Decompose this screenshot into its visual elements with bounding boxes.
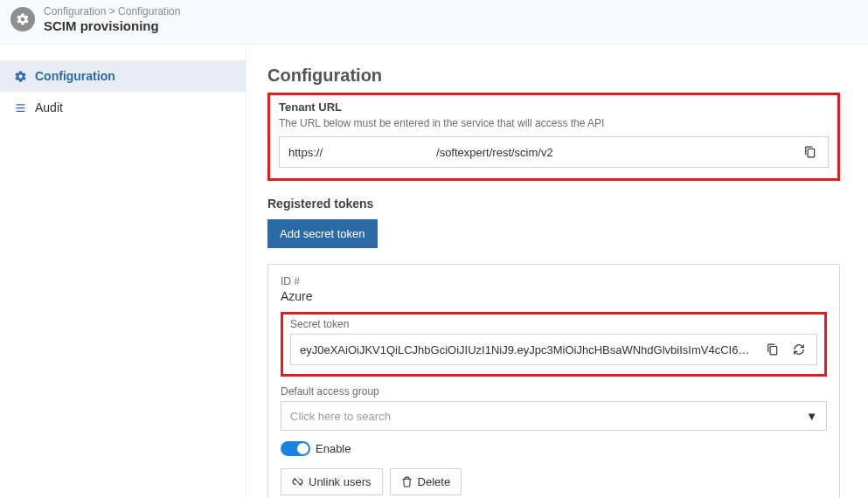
tenant-url-help: The URL below must be entered in the ser…	[279, 117, 829, 129]
delete-button[interactable]: Delete	[390, 468, 462, 495]
sidebar-item-audit[interactable]: Audit	[0, 92, 246, 123]
header: Configuration > Configuration SCIM provi…	[0, 0, 868, 45]
page-title: SCIM provisioning	[44, 18, 180, 33]
tenant-url-suffix: /softexpert/rest/scim/v2	[436, 146, 553, 159]
token-id-label: ID #	[281, 275, 827, 287]
secret-token-value: eyJ0eXAiOiJKV1QiLCJhbGciOiJIUzI1NiJ9.eyJ…	[300, 343, 757, 356]
enable-toggle[interactable]	[281, 441, 310, 456]
copy-icon	[804, 146, 816, 158]
enable-label: Enable	[316, 442, 351, 455]
access-group-label: Default access group	[281, 385, 827, 398]
sidebar-item-label: Configuration	[35, 69, 115, 83]
enable-toggle-row: Enable	[281, 441, 827, 456]
unlink-users-button[interactable]: Unlink users	[281, 468, 383, 495]
secret-token-label: Secret token	[290, 318, 817, 330]
secret-token-input[interactable]: eyJ0eXAiOiJKV1QiLCJhbGciOiJIUzI1NiJ9.eyJ…	[290, 334, 817, 365]
tenant-url-prefix: https://	[288, 146, 323, 159]
chevron-down-icon: ▼	[806, 410, 817, 423]
tokens-heading: Registered tokens	[267, 197, 840, 211]
breadcrumb: Configuration > Configuration	[44, 5, 180, 17]
secret-token-section: Secret token eyJ0eXAiOiJKV1QiLCJhbGciOiJ…	[281, 312, 827, 377]
tenant-url-input[interactable]: https:///softexpert/rest/scim/v2	[279, 136, 829, 168]
refresh-icon	[793, 343, 805, 356]
gear-icon	[12, 68, 28, 84]
sidebar: Configuration Audit	[0, 45, 247, 498]
refresh-secret-token-button[interactable]	[788, 339, 809, 360]
add-secret-token-button[interactable]: Add secret token	[267, 219, 378, 248]
tenant-url-value: https:///softexpert/rest/scim/v2	[288, 146, 795, 159]
copy-icon	[767, 343, 779, 356]
token-card: ID # Azure Secret token eyJ0eXAiOiJKV1Qi…	[267, 264, 840, 498]
gear-icon	[10, 7, 35, 31]
tenant-url-section: Tenant URL The URL below must be entered…	[267, 93, 840, 181]
main-content: Configuration Tenant URL The URL below m…	[247, 45, 868, 498]
access-group-placeholder: Click here to search	[290, 410, 391, 423]
section-title: Configuration	[267, 66, 840, 86]
list-icon	[12, 100, 28, 115]
access-group-select[interactable]: Click here to search ▼	[281, 401, 827, 431]
delete-label: Delete	[418, 475, 451, 488]
copy-secret-token-button[interactable]	[762, 339, 783, 360]
token-id-value: Azure	[281, 289, 827, 303]
trash-icon	[401, 476, 413, 488]
sidebar-item-configuration[interactable]: Configuration	[0, 60, 246, 92]
unlink-icon	[292, 476, 303, 488]
sidebar-item-label: Audit	[35, 100, 63, 114]
copy-tenant-url-button[interactable]	[800, 142, 821, 163]
tenant-url-label: Tenant URL	[279, 100, 829, 114]
unlink-users-label: Unlink users	[309, 475, 372, 488]
